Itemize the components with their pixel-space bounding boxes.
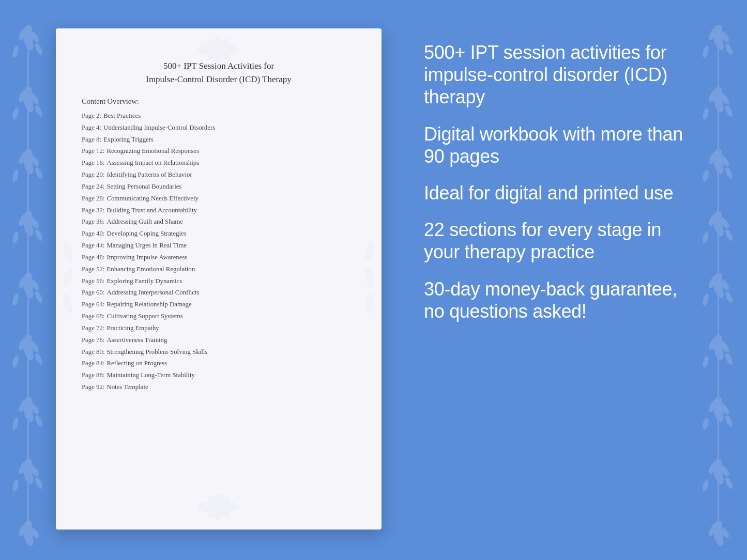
floral-decoration-left bbox=[0, 0, 57, 560]
svg-point-68 bbox=[715, 149, 722, 156]
svg-point-65 bbox=[711, 155, 725, 175]
table-of-contents-item: Page 16:Assessing Impact on Relationship… bbox=[82, 158, 356, 168]
svg-point-66 bbox=[707, 150, 720, 165]
svg-point-104 bbox=[715, 521, 722, 528]
svg-point-84 bbox=[707, 336, 720, 351]
table-of-contents-item: Page 36:Addressing Guilt and Shame bbox=[82, 217, 356, 227]
svg-point-22 bbox=[11, 231, 20, 244]
svg-point-42 bbox=[21, 465, 35, 485]
doc-decoration-bottom bbox=[177, 491, 260, 524]
table-of-contents-item: Page 80:Strengthening Problem-Solving Sk… bbox=[82, 347, 356, 357]
svg-point-55 bbox=[716, 28, 730, 43]
table-of-contents-item: Page 44:Managing Urges in Real Time bbox=[82, 241, 356, 251]
table-of-contents-item: Page 2:Best Practices bbox=[82, 111, 356, 121]
feature-text-4: 22 sections for every stage in your ther… bbox=[424, 219, 693, 263]
table-of-contents-item: Page 24:Setting Personal Boundaries bbox=[82, 182, 356, 192]
document-title: 500+ IPT Session Activities for Impulse-… bbox=[82, 59, 356, 86]
svg-point-32 bbox=[26, 338, 40, 353]
svg-point-83 bbox=[711, 341, 725, 361]
svg-point-60 bbox=[707, 88, 720, 103]
table-of-contents-item: Page 4:Understanding Impulse-Control Dis… bbox=[82, 123, 356, 133]
svg-point-8 bbox=[26, 90, 40, 105]
svg-rect-52 bbox=[27, 26, 29, 537]
table-of-contents-item: Page 28:Communicating Needs Effectively bbox=[82, 194, 356, 204]
svg-point-2 bbox=[26, 28, 40, 43]
doc-decoration-side-left bbox=[60, 226, 75, 332]
svg-point-115 bbox=[363, 267, 376, 289]
svg-point-44 bbox=[26, 462, 40, 477]
svg-point-41 bbox=[34, 414, 43, 428]
table-of-contents-item: Page 88:Maintaining Long-Term Stability bbox=[82, 370, 356, 381]
svg-point-58 bbox=[724, 42, 734, 56]
svg-point-19 bbox=[17, 212, 29, 227]
svg-point-0 bbox=[21, 31, 35, 51]
svg-point-74 bbox=[715, 211, 722, 218]
svg-point-98 bbox=[715, 459, 722, 466]
table-of-contents-item: Page 40:Developing Coping Strategies bbox=[82, 229, 356, 239]
svg-point-5 bbox=[34, 42, 43, 56]
svg-point-49 bbox=[17, 522, 29, 537]
svg-point-96 bbox=[707, 460, 720, 475]
svg-point-113 bbox=[61, 293, 74, 315]
table-of-contents-item: Page 92:Notes Template bbox=[82, 382, 356, 393]
svg-point-71 bbox=[711, 217, 725, 237]
feature-text-5: 30-day money-back guarantee, no question… bbox=[424, 278, 693, 322]
right-panel: 500+ IPT session activities for impulse-… bbox=[408, 31, 708, 333]
svg-point-33 bbox=[25, 335, 32, 342]
svg-point-38 bbox=[26, 400, 40, 415]
doc-decoration-side-right bbox=[362, 226, 377, 332]
svg-point-89 bbox=[711, 403, 725, 423]
svg-point-3 bbox=[25, 25, 32, 32]
table-of-contents-item: Page 68:Cultivating Support Systems bbox=[82, 312, 356, 322]
svg-point-72 bbox=[707, 212, 720, 227]
svg-point-82 bbox=[724, 290, 734, 304]
svg-point-93 bbox=[702, 417, 710, 430]
svg-point-86 bbox=[715, 335, 722, 342]
svg-point-102 bbox=[707, 522, 720, 537]
table-of-contents: Page 2:Best PracticesPage 4:Understandin… bbox=[82, 111, 356, 393]
svg-point-26 bbox=[26, 276, 40, 291]
svg-point-11 bbox=[34, 104, 43, 118]
svg-point-112 bbox=[61, 267, 74, 289]
svg-point-88 bbox=[724, 352, 734, 366]
svg-rect-105 bbox=[718, 26, 719, 537]
feature-text-2: Digital workbook with more than 90 pages bbox=[424, 123, 693, 167]
svg-point-29 bbox=[34, 290, 43, 304]
svg-point-108 bbox=[206, 36, 232, 63]
svg-point-61 bbox=[716, 90, 730, 105]
svg-point-35 bbox=[34, 352, 43, 366]
svg-point-24 bbox=[21, 279, 35, 299]
svg-point-77 bbox=[711, 279, 725, 299]
content-overview-label: Content Overview: bbox=[82, 97, 356, 106]
svg-point-47 bbox=[34, 476, 43, 490]
svg-point-21 bbox=[25, 211, 32, 218]
svg-point-70 bbox=[724, 166, 734, 180]
svg-point-107 bbox=[212, 36, 225, 62]
svg-point-10 bbox=[11, 107, 20, 120]
svg-point-53 bbox=[711, 31, 725, 51]
svg-point-50 bbox=[26, 524, 40, 539]
svg-point-45 bbox=[25, 459, 32, 466]
svg-point-37 bbox=[17, 398, 29, 413]
svg-point-116 bbox=[363, 293, 376, 315]
svg-point-34 bbox=[11, 355, 20, 368]
svg-point-95 bbox=[711, 465, 725, 485]
svg-point-94 bbox=[724, 414, 734, 428]
table-of-contents-item: Page 48:Improving Impulse Awareness bbox=[82, 253, 356, 263]
svg-point-100 bbox=[724, 476, 734, 490]
svg-point-99 bbox=[702, 479, 710, 492]
svg-point-17 bbox=[34, 166, 43, 180]
svg-point-18 bbox=[21, 217, 35, 237]
svg-point-51 bbox=[25, 521, 32, 528]
svg-point-36 bbox=[21, 403, 35, 423]
svg-point-119 bbox=[206, 494, 232, 520]
table-of-contents-item: Page 64:Repairing Relationship Damage bbox=[82, 300, 356, 310]
table-of-contents-item: Page 12:Recognizing Emotional Responses bbox=[82, 146, 356, 157]
table-of-contents-item: Page 52:Enhancing Emotional Regulation bbox=[82, 265, 356, 275]
svg-point-121 bbox=[216, 504, 222, 510]
svg-point-78 bbox=[707, 274, 720, 289]
svg-point-31 bbox=[17, 336, 29, 351]
svg-point-117 bbox=[198, 501, 239, 513]
svg-point-14 bbox=[26, 152, 40, 167]
svg-point-80 bbox=[715, 273, 722, 280]
